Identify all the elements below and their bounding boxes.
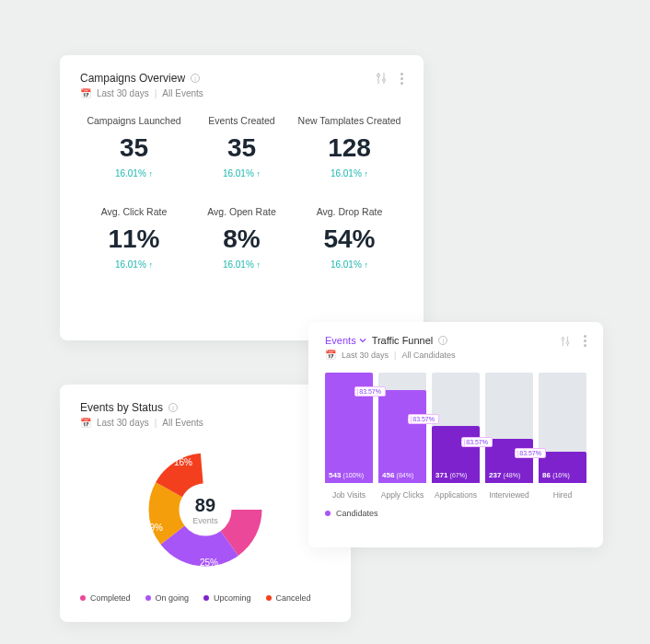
more-icon[interactable] xyxy=(584,335,586,347)
arrow-up-icon: ↑ xyxy=(365,260,369,270)
metrics-grid: Campaigns Launched 35 16.01% ↑ Events Cr… xyxy=(80,115,403,270)
info-icon[interactable]: i xyxy=(168,403,178,412)
date-range[interactable]: Last 30 days xyxy=(342,351,389,360)
title-row: Campaigns Overview i xyxy=(80,72,203,85)
metric: New Tamplates Created 128 16.01% ↑ xyxy=(296,115,403,178)
metric: Avg. Drop Rate 54% 16.01% ↑ xyxy=(296,206,403,270)
bar-value: 86 (16%) xyxy=(542,471,570,479)
metric-change: 16.01% ↑ xyxy=(188,259,296,270)
metric-change: 16.01% ↑ xyxy=(296,259,403,270)
arrow-up-icon: ↑ xyxy=(149,260,154,270)
svg-point-10 xyxy=(562,338,564,340)
header-left: Campaigns Overview i 📅 Last 30 days | Al… xyxy=(80,72,203,98)
bar-label: Hired xyxy=(553,490,572,500)
legend-item[interactable]: On going xyxy=(145,593,190,603)
legend-dot xyxy=(325,511,331,516)
filter[interactable]: All Events xyxy=(162,88,203,98)
segment-pct: 40% xyxy=(268,482,286,492)
metric-change: 16.01% ↑ xyxy=(296,168,403,178)
bar-value: 456 (84%) xyxy=(382,471,413,479)
calendar-icon: 📅 xyxy=(80,418,91,428)
metric-value: 128 xyxy=(296,133,403,163)
legend-label: Candidates xyxy=(336,509,378,518)
metric-label: New Tamplates Created xyxy=(296,115,403,126)
bar-col: 371 (67%) 83.57% Applications xyxy=(432,373,480,500)
calendar-icon: 📅 xyxy=(80,88,91,98)
filter[interactable]: All Events xyxy=(162,418,203,428)
donut-chart: 89 Events 40% 25% 19% 16% xyxy=(80,431,331,588)
metric-label: Events Created xyxy=(188,115,296,126)
bar-col: 86 (16%) Hired xyxy=(539,373,586,500)
card-subheader: 📅 Last 30 days | All Candidates xyxy=(325,350,455,360)
legend-item[interactable]: Canceled xyxy=(266,593,311,603)
campaigns-overview-card: Campaigns Overview i 📅 Last 30 days | Al… xyxy=(60,55,424,340)
legend: Completed On going Upcoming Canceled xyxy=(80,593,331,603)
segment-pct: 25% xyxy=(200,558,218,568)
metric-label: Avg. Open Rate xyxy=(188,206,296,217)
svg-point-3 xyxy=(383,79,386,82)
traffic-funnel-card: Events Traffic Funnel i 📅 Last 30 days |… xyxy=(308,322,603,547)
donut-center-label: Events xyxy=(192,516,218,525)
funnel-legend: Candidates xyxy=(325,509,586,518)
sliders-icon[interactable] xyxy=(560,336,571,347)
bar-label: Interviewed xyxy=(489,490,528,500)
funnel-bars: 543 (100%) 83.57% Job Visits 456 (84%) 8… xyxy=(325,371,586,500)
card-title: Events by Status xyxy=(80,401,163,414)
metric-label: Campaigns Launched xyxy=(80,115,188,126)
metric-value: 35 xyxy=(80,133,188,163)
metric-value: 8% xyxy=(188,224,296,254)
bar[interactable]: 543 (100%) 83.57% xyxy=(325,373,373,483)
card-subheader: 📅 Last 30 days | All Events xyxy=(80,418,203,428)
bar-value: 237 (48%) xyxy=(489,471,520,479)
metric-change: 16.01% ↑ xyxy=(188,168,296,178)
metric-value: 54% xyxy=(296,224,403,254)
sliders-icon[interactable] xyxy=(375,72,388,85)
svg-point-1 xyxy=(377,75,380,77)
flow-label: 83.57% xyxy=(461,437,493,447)
legend-item[interactable]: Upcoming xyxy=(203,593,251,603)
bar[interactable]: 371 (67%) 83.57% xyxy=(432,373,480,483)
metric-value: 11% xyxy=(80,224,188,254)
title-row: Events Traffic Funnel i xyxy=(325,335,455,346)
arrow-up-icon: ↑ xyxy=(257,169,261,178)
metric-label: Avg. Drop Rate xyxy=(296,206,403,217)
bar-col: 237 (48%) 83.57% Interviewed xyxy=(485,373,533,500)
bar-label: Job Visits xyxy=(332,490,366,500)
svg-point-12 xyxy=(566,341,569,344)
flow-label: 83.57% xyxy=(408,414,439,424)
bar-value: 371 (67%) xyxy=(435,471,467,479)
flow-label: 83.57% xyxy=(354,386,386,397)
card-title: Traffic Funnel xyxy=(372,335,434,346)
bar[interactable]: 237 (48%) 83.57% xyxy=(485,373,533,483)
arrow-up-icon: ↑ xyxy=(365,169,369,178)
more-icon[interactable] xyxy=(400,73,403,85)
bar-col: 543 (100%) 83.57% Job Visits xyxy=(325,373,373,500)
date-range[interactable]: Last 30 days xyxy=(97,88,149,98)
metric-label: Avg. Click Rate xyxy=(80,206,188,217)
bar-label: Applications xyxy=(435,490,477,500)
title-row: Events by Status i xyxy=(80,401,203,414)
metric-value: 35 xyxy=(188,133,296,163)
chevron-down-icon xyxy=(359,337,366,344)
metric: Campaigns Launched 35 16.01% ↑ xyxy=(80,115,188,178)
card-header: Events Traffic Funnel i 📅 Last 30 days |… xyxy=(325,335,586,360)
legend-item[interactable]: Completed xyxy=(80,593,131,603)
date-range[interactable]: Last 30 days xyxy=(97,418,149,428)
card-title: Campaigns Overview xyxy=(80,72,185,85)
metric: Avg. Click Rate 11% 16.01% ↑ xyxy=(80,206,188,270)
scope-dropdown[interactable]: Events xyxy=(325,335,366,346)
bar-label: Apply Clicks xyxy=(381,490,424,500)
metric-change: 16.01% ↑ xyxy=(80,168,188,178)
info-icon[interactable]: i xyxy=(438,336,447,345)
donut-center: 89 Events xyxy=(192,495,218,525)
metric-change: 16.01% ↑ xyxy=(80,259,188,270)
bar-value: 543 (100%) xyxy=(329,471,364,479)
flow-label: 83.57% xyxy=(515,448,546,458)
card-actions xyxy=(560,335,586,347)
metric: Avg. Open Rate 8% 16.01% ↑ xyxy=(188,206,296,270)
filter[interactable]: All Candidates xyxy=(401,351,455,360)
info-icon[interactable]: i xyxy=(191,74,200,83)
donut-center-value: 89 xyxy=(192,495,218,516)
bar[interactable]: 86 (16%) xyxy=(539,373,586,483)
metric: Events Created 35 16.01% ↑ xyxy=(188,115,296,178)
